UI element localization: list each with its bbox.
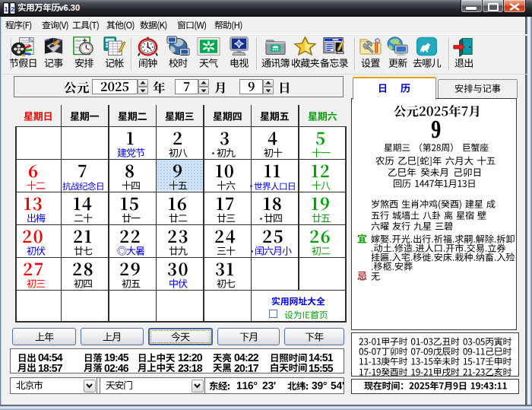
- svg-text:2: 2: [11, 5, 14, 13]
- svg-text:1: 1: [5, 5, 8, 13]
